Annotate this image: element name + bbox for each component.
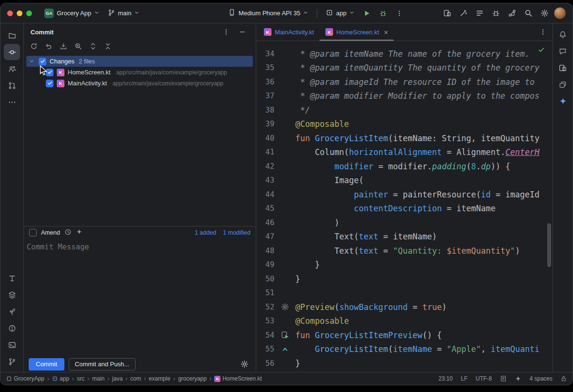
problems-icon[interactable] bbox=[4, 320, 20, 336]
ai-assistant-icon[interactable] bbox=[515, 375, 521, 382]
code-line[interactable]: 36 * @param imageId The resource ID of t… bbox=[256, 75, 552, 89]
collapse-all-icon[interactable] bbox=[104, 42, 112, 52]
code-line[interactable]: 56} bbox=[256, 356, 552, 371]
code-line[interactable]: 46 ) bbox=[256, 216, 552, 230]
code-line[interactable]: 53@Composable bbox=[256, 314, 552, 329]
inspections-ok-icon[interactable] bbox=[538, 46, 545, 55]
gear-gutter-gutter-icon[interactable] bbox=[274, 303, 295, 311]
device-selector[interactable]: Medium Phone API 35 bbox=[225, 7, 311, 19]
tab-list-icon[interactable] bbox=[539, 25, 552, 39]
logcat-icon[interactable] bbox=[473, 7, 486, 20]
code-line[interactable]: 40fun GroceryListItem(itemName: String, … bbox=[256, 131, 552, 145]
running-devices-icon[interactable] bbox=[556, 77, 570, 92]
profiler-icon[interactable] bbox=[505, 7, 519, 20]
run-button[interactable] bbox=[360, 7, 374, 20]
run-configuration-selector[interactable]: app bbox=[323, 8, 357, 19]
code-line[interactable]: 41 Column(horizontalAlignment = Alignmen… bbox=[256, 145, 552, 160]
project-icon[interactable] bbox=[4, 27, 20, 43]
commit-history-icon[interactable] bbox=[64, 228, 72, 237]
notifications-icon[interactable] bbox=[556, 27, 570, 41]
code-line[interactable]: 51 bbox=[256, 286, 552, 300]
device-manager-icon[interactable] bbox=[556, 61, 570, 75]
code-line[interactable]: 35 * @param itemQuantity The quantity of… bbox=[256, 61, 552, 75]
panel-options-icon[interactable] bbox=[219, 25, 233, 39]
code-line[interactable]: 50} bbox=[256, 272, 552, 286]
code-line[interactable]: 42 modifier = modifier.padding(8.dp)) { bbox=[256, 159, 552, 174]
code-line[interactable]: 52@Preview(showBackground = true) bbox=[256, 300, 552, 314]
breadcrumb-item[interactable]: com bbox=[130, 375, 141, 382]
more-tools-icon[interactable] bbox=[4, 94, 20, 110]
breadcrumb-item[interactable]: KHomeScreen.kt bbox=[214, 375, 262, 382]
debug-button[interactable] bbox=[376, 7, 390, 20]
settings-icon[interactable] bbox=[538, 7, 551, 20]
refresh-icon[interactable] bbox=[30, 42, 38, 52]
commit-options-gear-icon[interactable] bbox=[238, 358, 251, 371]
terminal-icon[interactable] bbox=[4, 337, 20, 353]
hide-panel-icon[interactable] bbox=[236, 25, 249, 39]
commit-and-push-button[interactable]: Commit and Push... bbox=[69, 358, 135, 371]
team-icon[interactable] bbox=[4, 61, 20, 77]
more-actions-icon[interactable] bbox=[393, 7, 406, 20]
file-checkbox[interactable] bbox=[46, 69, 53, 76]
run-preview-gutter-icon[interactable] bbox=[274, 331, 295, 339]
line-separator[interactable]: LF bbox=[461, 375, 468, 382]
app-quality-insights-icon[interactable] bbox=[489, 7, 502, 20]
reader-mode-icon[interactable] bbox=[500, 375, 507, 382]
breadcrumb-item[interactable]: src bbox=[77, 375, 84, 382]
code-line[interactable]: 44 painter = painterResource(id = imageI… bbox=[256, 187, 552, 202]
code-editor[interactable]: 34 * @param itemName The name of the gro… bbox=[256, 41, 552, 372]
changes-group-row[interactable]: Changes 2 files bbox=[26, 56, 253, 67]
gemini-sparkle-icon[interactable] bbox=[556, 94, 570, 108]
code-line[interactable]: 55 GroceryListItem(itemName = "Apple", i… bbox=[256, 342, 552, 357]
breadcrumb-item[interactable]: groceryapp bbox=[178, 375, 207, 382]
gemini-icon[interactable] bbox=[457, 7, 470, 20]
changes-checkbox[interactable] bbox=[39, 58, 46, 65]
file-encoding[interactable]: UTF-8 bbox=[476, 375, 492, 382]
indent-style[interactable]: 4 spaces bbox=[530, 375, 552, 382]
code-line[interactable]: 49 } bbox=[256, 258, 552, 272]
branch-selector[interactable]: main bbox=[105, 8, 142, 19]
code-line[interactable]: 43 Image( bbox=[256, 174, 552, 188]
expand-chevron-icon[interactable] bbox=[28, 59, 35, 64]
version-control-icon[interactable] bbox=[4, 353, 20, 370]
zoom-window-button[interactable] bbox=[26, 10, 32, 16]
commit-icon[interactable] bbox=[4, 44, 20, 60]
amend-checkbox[interactable] bbox=[29, 229, 37, 237]
commit-message-input[interactable]: Commit Message bbox=[24, 238, 256, 356]
device-manager-icon[interactable] bbox=[440, 7, 454, 20]
code-line[interactable]: 45 contentDescription = itemName bbox=[256, 202, 552, 216]
expand-all-icon[interactable] bbox=[89, 42, 97, 52]
file-checkbox[interactable] bbox=[46, 80, 53, 87]
app-inspection-icon[interactable] bbox=[4, 303, 20, 320]
code-line[interactable]: 39@Composable bbox=[256, 117, 552, 132]
breadcrumb-item[interactable]: app bbox=[52, 375, 69, 382]
code-line[interactable]: 34 * @param itemName The name of the gro… bbox=[256, 47, 552, 61]
changed-file-row[interactable]: KMainActivity.ktapp/src/main/java/com/ex… bbox=[24, 78, 256, 89]
changed-file-row[interactable]: KHomeScreen.ktapp/src/main/java/com/exam… bbox=[24, 67, 256, 78]
caret-position[interactable]: 23:10 bbox=[438, 375, 453, 382]
avatar[interactable] bbox=[554, 7, 566, 19]
breadcrumb-item[interactable]: main bbox=[92, 375, 104, 382]
search-icon[interactable] bbox=[521, 7, 535, 20]
lock-icon[interactable] bbox=[561, 375, 567, 382]
code-line[interactable]: 48 Text(text = "Quantity: $itemQuantity"… bbox=[256, 244, 552, 258]
minimize-window-button[interactable] bbox=[17, 10, 22, 16]
code-line[interactable]: 54fun GroceryListItemPreview() { bbox=[256, 328, 552, 342]
tab-HomeScreen.kt[interactable]: KHomeScreen.kt× bbox=[320, 23, 394, 41]
code-line[interactable]: 38 */ bbox=[256, 103, 552, 117]
breadcrumb-item[interactable]: example bbox=[149, 375, 170, 382]
code-line[interactable]: 37 * @param modifier Modifier to apply t… bbox=[256, 89, 552, 103]
rollback-icon[interactable] bbox=[45, 42, 52, 52]
shelve-icon[interactable] bbox=[60, 42, 67, 52]
pull-requests-icon[interactable] bbox=[4, 77, 20, 93]
preview-diff-icon[interactable] bbox=[74, 42, 82, 52]
breadcrumb-item[interactable]: GroceryApp bbox=[6, 375, 44, 382]
chevron-up-gutter-icon[interactable] bbox=[274, 346, 295, 353]
code-line[interactable]: 47 Text(text = itemName) bbox=[256, 230, 552, 244]
breadcrumb-item[interactable]: java bbox=[112, 375, 123, 382]
assistant-chat-icon[interactable] bbox=[556, 44, 570, 58]
build-variants-icon[interactable] bbox=[4, 287, 20, 303]
structure-icon[interactable] bbox=[4, 270, 20, 286]
ai-commit-message-icon[interactable] bbox=[76, 228, 83, 237]
tab-MainActivity.kt[interactable]: KMainActivity.kt bbox=[258, 23, 320, 41]
